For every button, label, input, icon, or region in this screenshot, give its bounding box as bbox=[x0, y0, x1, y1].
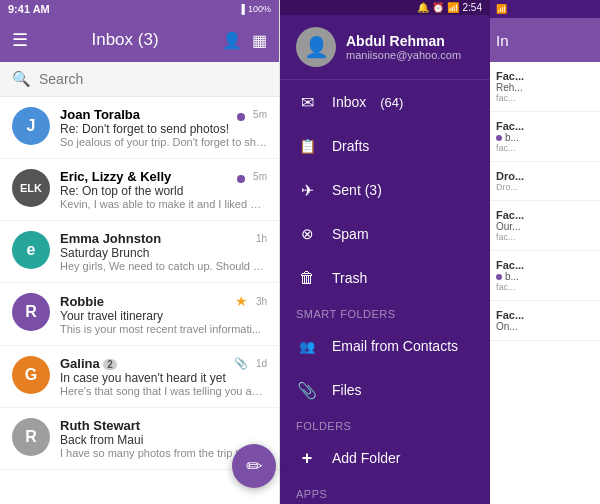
unread-dot-2 bbox=[237, 175, 245, 183]
nav-count-inbox: (64) bbox=[380, 95, 403, 110]
email-meta-5: 📎 1d bbox=[234, 357, 267, 370]
inbox-icon: ✉ bbox=[296, 91, 318, 113]
email-item-2[interactable]: ELK Eric, Lizzy & Kelly 5m Re: On top of… bbox=[0, 159, 279, 221]
email-top-5: Galina 2 📎 1d bbox=[60, 356, 267, 371]
right-subject-4: Our... bbox=[496, 221, 594, 232]
avatar-1: J bbox=[12, 107, 50, 145]
compose-icon[interactable]: ▦ bbox=[252, 31, 267, 50]
email-meta-2: 5m bbox=[237, 171, 267, 183]
folders-label: Folders bbox=[280, 412, 490, 436]
email-item-1[interactable]: J Joan Toralba 5m Re: Don't forget to se… bbox=[0, 97, 279, 159]
right-panel: 📶 In Fac... Reh... fac... Fac... b... fa… bbox=[490, 0, 600, 504]
nav-item-spam[interactable]: ⊗ Spam bbox=[280, 212, 490, 256]
right-preview-2: fac... bbox=[496, 143, 594, 153]
right-status-icons: 📶 bbox=[496, 4, 507, 14]
nav-label-add-folder: Add Folder bbox=[332, 450, 400, 466]
nav-label-spam: Spam bbox=[332, 226, 369, 242]
time-5: 1d bbox=[256, 358, 267, 369]
nav-item-contacts[interactable]: 👥 Email from Contacts bbox=[280, 324, 490, 368]
avatar-6: R bbox=[12, 418, 50, 456]
trash-icon: 🗑 bbox=[296, 267, 318, 289]
nav-user-name: Abdul Rehman bbox=[346, 33, 461, 49]
inbox-title: Inbox (3) bbox=[91, 30, 158, 50]
email-top-2: Eric, Lizzy & Kelly 5m bbox=[60, 169, 267, 184]
email-top-6: Ruth Stewart bbox=[60, 418, 267, 433]
hamburger-menu-icon[interactable]: ☰ bbox=[12, 29, 28, 51]
nav-label-sent: Sent (3) bbox=[332, 182, 382, 198]
right-sender-2: Fac... bbox=[496, 120, 594, 132]
right-sender-3: Dro... bbox=[496, 170, 594, 182]
sender-2: Eric, Lizzy & Kelly bbox=[60, 169, 171, 184]
right-sender-6: Fac... bbox=[496, 309, 594, 321]
right-preview-3: Dro... bbox=[496, 182, 594, 192]
nav-user-avatar: 👤 bbox=[296, 27, 336, 67]
battery-icon: ▐ bbox=[239, 4, 245, 14]
spam-icon: ⊗ bbox=[296, 223, 318, 245]
right-email-5[interactable]: Fac... b... fac... bbox=[490, 251, 600, 301]
right-subject-1: Reh... bbox=[496, 82, 594, 93]
nav-label-inbox: Inbox bbox=[332, 94, 366, 110]
preview-5: Here's that song that I was telling you … bbox=[60, 385, 267, 397]
subject-4: Your travel itinerary bbox=[60, 309, 267, 323]
add-folder-icon: + bbox=[296, 447, 318, 469]
time-4: 3h bbox=[256, 296, 267, 307]
email-item-4[interactable]: R Robbie ★ 3h Your travel itinerary This… bbox=[0, 283, 279, 346]
subject-2: Re: On top of the world bbox=[60, 184, 267, 198]
avatar-2: ELK bbox=[12, 169, 50, 207]
nav-user-email: maniisone@yahoo.com bbox=[346, 49, 461, 61]
header-icons: 👤 ▦ bbox=[222, 31, 267, 50]
status-bar-left: 9:41 AM ▐ 100% bbox=[0, 0, 279, 18]
attachment-icon-5: 📎 bbox=[234, 357, 248, 370]
contacts-icon: 👥 bbox=[296, 335, 318, 357]
email-list: J Joan Toralba 5m Re: Don't forget to se… bbox=[0, 97, 279, 504]
right-header-title: In bbox=[496, 32, 509, 49]
avatar-5: G bbox=[12, 356, 50, 394]
status-time-left: 9:41 AM bbox=[8, 3, 50, 15]
nav-item-inbox[interactable]: ✉ Inbox (64) bbox=[280, 80, 490, 124]
preview-3: Hey girls, We need to catch up. Should I… bbox=[60, 260, 267, 272]
subject-6: Back from Maui bbox=[60, 433, 267, 447]
right-email-2[interactable]: Fac... b... fac... bbox=[490, 112, 600, 162]
search-icon: 🔍 bbox=[12, 70, 31, 88]
subject-5: In case you haven't heard it yet bbox=[60, 371, 267, 385]
avatar-3: e bbox=[12, 231, 50, 269]
email-content-4: Robbie ★ 3h Your travel itinerary This i… bbox=[60, 293, 267, 335]
time-2: 5m bbox=[253, 171, 267, 182]
subject-1: Re: Don't forget to send photos! bbox=[60, 122, 267, 136]
nav-label-files: Files bbox=[332, 382, 362, 398]
subject-3: Saturday Brunch bbox=[60, 246, 267, 260]
right-subject-5: b... bbox=[496, 271, 594, 282]
avatar-4: R bbox=[12, 293, 50, 331]
right-email-4[interactable]: Fac... Our... fac... bbox=[490, 201, 600, 251]
account-icon[interactable]: 👤 bbox=[222, 31, 242, 50]
email-item-3[interactable]: e Emma Johnston 1h Saturday Brunch Hey g… bbox=[0, 221, 279, 283]
apps-label: Apps bbox=[280, 480, 490, 504]
email-content-5: Galina 2 📎 1d In case you haven't heard … bbox=[60, 356, 267, 397]
right-email-1[interactable]: Fac... Reh... fac... bbox=[490, 62, 600, 112]
status-icons-left: ▐ 100% bbox=[239, 4, 271, 14]
email-top-1: Joan Toralba 5m bbox=[60, 107, 267, 122]
battery-level: 100% bbox=[248, 4, 271, 14]
nav-item-drafts[interactable]: 📋 Drafts bbox=[280, 124, 490, 168]
nav-item-trash[interactable]: 🗑 Trash bbox=[280, 256, 490, 300]
email-item-5[interactable]: G Galina 2 📎 1d In case you haven't hear… bbox=[0, 346, 279, 408]
search-input[interactable] bbox=[39, 71, 267, 87]
compose-fab-button[interactable]: ✏ bbox=[232, 444, 276, 488]
nav-item-sent[interactable]: ✈ Sent (3) bbox=[280, 168, 490, 212]
sent-icon: ✈ bbox=[296, 179, 318, 201]
email-content-2: Eric, Lizzy & Kelly 5m Re: On top of the… bbox=[60, 169, 267, 210]
drafts-icon: 📋 bbox=[296, 135, 318, 157]
nav-user-header[interactable]: 👤 Abdul Rehman maniisone@yahoo.com bbox=[280, 15, 490, 80]
right-sender-4: Fac... bbox=[496, 209, 594, 221]
right-preview-4: fac... bbox=[496, 232, 594, 242]
email-content-3: Emma Johnston 1h Saturday Brunch Hey gir… bbox=[60, 231, 267, 272]
right-preview-5: fac... bbox=[496, 282, 594, 292]
time-3: 1h bbox=[256, 233, 267, 244]
right-email-3[interactable]: Dro... Dro... bbox=[490, 162, 600, 201]
inbox-panel: 9:41 AM ▐ 100% ☰ Inbox (3) 👤 ▦ 🔍 J Joan … bbox=[0, 0, 280, 504]
nav-item-add-folder[interactable]: + Add Folder bbox=[280, 436, 490, 480]
right-email-6[interactable]: Fac... On... bbox=[490, 301, 600, 341]
nav-item-files[interactable]: 📎 Files bbox=[280, 368, 490, 412]
inbox-header: ☰ Inbox (3) 👤 ▦ bbox=[0, 18, 279, 62]
right-status-bar: 📶 bbox=[490, 0, 600, 18]
